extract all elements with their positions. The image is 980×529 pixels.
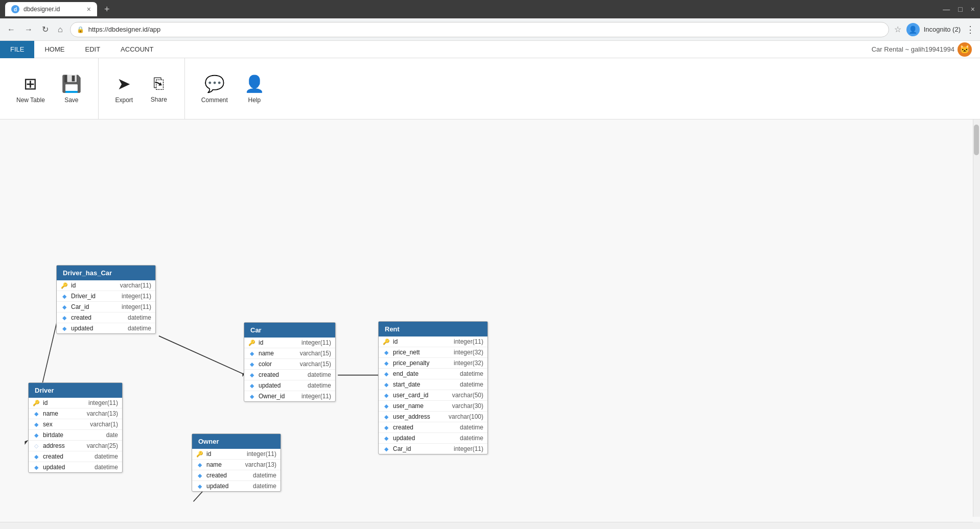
diamond-icon: ◆ [383, 381, 390, 388]
menu-home[interactable]: HOME [34, 41, 75, 58]
key-icon: 🔑 [383, 338, 390, 345]
window-close-button[interactable]: × [971, 5, 975, 13]
export-label: Export [115, 97, 133, 104]
scrollbar-vertical[interactable] [973, 119, 980, 517]
key-icon: 🔑 [61, 282, 68, 289]
table-rent[interactable]: Rent 🔑 id integer(11) ◆ price_nett integ… [378, 321, 488, 454]
table-row: 🔑 id varchar(11) [57, 280, 155, 291]
table-row: ◆ updated datetime [244, 380, 335, 391]
back-button[interactable]: ← [5, 23, 17, 36]
table-row: ◆ birtdate date [29, 430, 122, 441]
table-driver-has-car[interactable]: Driver_has_Car 🔑 id varchar(11) ◆ Driver… [56, 265, 156, 334]
diamond-icon: ◆ [196, 461, 203, 468]
table-row: ◆ user_card_id varchar(50) [379, 390, 487, 401]
export-button[interactable]: ➤ Export [109, 70, 139, 108]
forward-button[interactable]: → [22, 23, 35, 36]
new-table-button[interactable]: ⊞ New Table [10, 70, 51, 108]
table-header-rent: Rent [379, 322, 487, 336]
diamond-icon: ◆ [248, 393, 255, 400]
table-header-owner: Owner [192, 434, 281, 449]
diamond-icon: ◆ [196, 483, 203, 490]
diamond-icon: ◆ [33, 410, 40, 417]
diamond-icon: ◆ [383, 359, 390, 367]
comment-icon: 💬 [204, 74, 225, 93]
table-row: ◆ user_address varchar(100) [379, 412, 487, 422]
profile-avatar[interactable]: 👤 [906, 23, 920, 36]
table-row: ◆ price_nett integer(32) [379, 347, 487, 358]
tab-close-button[interactable]: × [87, 5, 91, 13]
comment-label: Comment [201, 97, 228, 104]
toolbar: ⊞ New Table 💾 Save ➤ Export ⎘ Share 💬 Co… [0, 58, 980, 119]
table-header-driver-has-car: Driver_has_Car [57, 266, 155, 280]
svg-line-0 [159, 336, 246, 375]
table-row: ◆ created datetime [379, 422, 487, 433]
minimize-button[interactable]: — [943, 5, 950, 13]
share-button[interactable]: ⎘ Share [144, 70, 174, 107]
menu-edit[interactable]: EDIT [75, 41, 110, 58]
table-owner[interactable]: Owner 🔑 id integer(11) ◆ name varchar(13… [192, 434, 281, 492]
toolbar-group-table: ⊞ New Table 💾 Save [0, 58, 99, 119]
table-row: ◆ created datetime [244, 370, 335, 380]
diamond-icon: ◆ [383, 424, 390, 431]
diamond-icon: ◆ [383, 392, 390, 399]
save-button[interactable]: 💾 Save [55, 70, 88, 108]
home-button[interactable]: ⌂ [56, 23, 65, 36]
table-row: ◆ name varchar(13) [192, 460, 281, 470]
help-button[interactable]: 👤 Help [238, 70, 271, 108]
diamond-icon: ◆ [33, 431, 40, 439]
table-row: 🔑 id integer(11) [29, 398, 122, 408]
comment-button[interactable]: 💬 Comment [195, 70, 234, 108]
refresh-button[interactable]: ↻ [40, 22, 51, 36]
table-row: ◆ user_name varchar(30) [379, 401, 487, 412]
new-table-icon: ⊞ [24, 74, 37, 93]
diamond-icon: ◆ [383, 402, 390, 410]
diamond-icon: ◆ [248, 382, 255, 389]
diamond-icon: ◆ [61, 325, 68, 332]
scrollbar-horizontal[interactable] [0, 522, 973, 529]
menu-account[interactable]: ACCOUNT [110, 41, 164, 58]
diamond-icon: ◆ [196, 472, 203, 479]
table-row: ◆ created datetime [57, 312, 155, 323]
app-title: Car Rental ~ galih19941994 🐱 [872, 42, 980, 57]
table-header-driver: Driver [29, 383, 122, 398]
canvas-area[interactable]: Driver_has_Car 🔑 id varchar(11) ◆ Driver… [0, 119, 980, 529]
diamond-icon: ◆ [61, 293, 68, 300]
browser-tab[interactable]: d dbdesigner.id × [5, 2, 97, 16]
table-row: ◆ start_date datetime [379, 379, 487, 390]
table-row: ◆ updated datetime [192, 481, 281, 491]
diamond-icon: ◆ [61, 303, 68, 310]
table-row: 🔑 id integer(11) [379, 336, 487, 347]
table-row: ◆ name varchar(15) [244, 348, 335, 359]
url-text: https://dbdesigner.id/app [88, 26, 161, 33]
table-row: ◆ Car_id integer(11) [379, 444, 487, 454]
table-row: ◆ updated datetime [57, 323, 155, 333]
table-row: ◆ updated datetime [29, 462, 122, 472]
new-tab-button[interactable]: + [101, 4, 113, 15]
diamond-icon: ◆ [61, 314, 68, 321]
diamond-outline-icon: ◇ [33, 442, 40, 449]
toolbar-group-interaction: 💬 Comment 👤 Help [185, 58, 281, 119]
browser-profile: 👤 Incognito (2) [906, 23, 961, 36]
diamond-icon: ◆ [383, 413, 390, 420]
share-label: Share [151, 96, 167, 103]
address-bar[interactable]: 🔒 https://dbdesigner.id/app [70, 22, 889, 37]
save-label: Save [64, 97, 78, 104]
browser-addressbar: ← → ↻ ⌂ 🔒 https://dbdesigner.id/app ☆ 👤 … [0, 18, 980, 41]
browser-menu-button[interactable]: ⋮ [966, 24, 975, 35]
toolbar-group-export: ➤ Export ⎘ Share [99, 58, 185, 119]
diamond-icon: ◆ [248, 360, 255, 368]
diamond-icon: ◆ [383, 435, 390, 442]
diamond-icon: ◆ [33, 453, 40, 460]
diamond-icon: ◆ [33, 464, 40, 471]
table-row: ◆ sex varchar(1) [29, 419, 122, 430]
new-table-label: New Table [16, 97, 45, 104]
maximize-button[interactable]: □ [958, 5, 962, 13]
table-header-car: Car [244, 323, 335, 338]
table-row: 🔑 id integer(11) [192, 449, 281, 460]
bookmark-icon[interactable]: ☆ [894, 25, 901, 34]
scrollbar-thumb-vertical[interactable] [974, 125, 979, 155]
table-row: ◆ end_date datetime [379, 369, 487, 379]
table-driver[interactable]: Driver 🔑 id integer(11) ◆ name varchar(1… [28, 382, 123, 473]
table-car[interactable]: Car 🔑 id integer(11) ◆ name varchar(15) … [244, 322, 336, 402]
menu-file[interactable]: FILE [0, 41, 34, 58]
